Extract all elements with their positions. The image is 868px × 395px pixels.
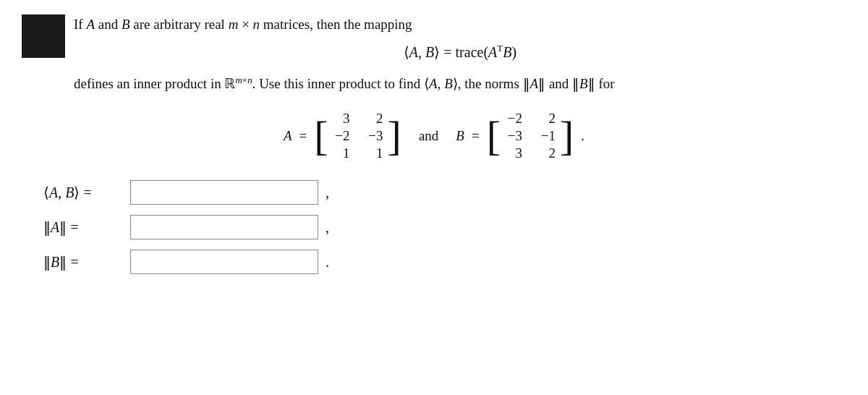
matrix-B-bracket: [ −2 2 −3 −1 3 2 ]: [487, 108, 574, 164]
cell-B-21: 2: [538, 145, 556, 161]
bracket-left-B: [: [487, 115, 501, 157]
var-m: m: [229, 17, 239, 32]
cell-B-00: −2: [505, 111, 522, 127]
norm-A-input[interactable]: [130, 215, 318, 239]
var-A: A: [86, 17, 95, 32]
header-section: If A and B are arbitrary real m × n matr…: [22, 14, 846, 95]
bracket-right-A: ]: [388, 115, 401, 157]
norm-B-row: ‖B‖ = .: [43, 250, 846, 274]
cell-B-01: 2: [538, 111, 556, 127]
inner-product-punct: ,: [326, 184, 329, 201]
matrix-A-grid: 3 2 −2 −3 1 1: [328, 108, 388, 164]
cell-A-10: −2: [333, 128, 350, 144]
line3: defines an inner product in ℝm×n. Use th…: [74, 73, 846, 95]
var-n: n: [253, 17, 260, 32]
cell-A-01: 2: [366, 111, 383, 127]
norm-B-label: ‖B‖ =: [43, 253, 123, 271]
matrix-A-label: A: [284, 128, 292, 144]
inner-product-input[interactable]: [130, 180, 318, 205]
cell-A-20: 1: [333, 145, 350, 161]
matrix-B-expr: B = [ −2 2 −3 −1 3 2 ] .: [456, 108, 584, 164]
cell-A-11: −3: [366, 128, 383, 144]
matrix-A-bracket: [ 3 2 −2 −3 1 1 ]: [314, 108, 401, 164]
cell-B-11: −1: [538, 128, 556, 144]
norm-A-punct: ,: [326, 219, 329, 236]
cell-A-00: 3: [333, 111, 350, 127]
matrix-section: A = [ 3 2 −2 −3 1 1 ] and B = [ −2 2 −3: [22, 108, 846, 164]
cell-B-20: 3: [505, 145, 522, 161]
sup-mxn: m×n: [235, 75, 252, 85]
bracket-right-B: ]: [560, 115, 574, 157]
connector-and: and: [419, 128, 438, 144]
norm-B-punct: .: [326, 254, 329, 271]
cell-A-21: 1: [366, 145, 383, 161]
norm-B-input[interactable]: [130, 250, 318, 274]
equals-B: =: [472, 128, 480, 144]
inner-product-row: ⟨A, B⟩ = ,: [43, 180, 846, 205]
input-section: ⟨A, B⟩ = , ‖A‖ = , ‖B‖ = .: [22, 180, 846, 274]
cell-B-10: −3: [505, 128, 522, 144]
problem-text: If A and B are arbitrary real m × n matr…: [74, 14, 846, 95]
bracket-left-A: [: [314, 115, 328, 157]
matrix-B-grid: −2 2 −3 −1 3 2: [501, 108, 560, 164]
equals-A: =: [299, 128, 307, 144]
var-B: B: [122, 17, 130, 32]
inner-product-label: ⟨A, B⟩ =: [43, 184, 123, 201]
norm-A-label: ‖A‖ =: [43, 218, 123, 236]
line1: If A and B are arbitrary real m × n matr…: [74, 14, 846, 35]
matrix-B-label: B: [456, 128, 464, 144]
matrix-A-expr: A = [ 3 2 −2 −3 1 1 ]: [284, 108, 401, 164]
norm-A-row: ‖A‖ = ,: [43, 215, 846, 239]
black-box-decoration: [22, 14, 65, 58]
period-end: .: [581, 128, 584, 144]
center-equation: ⟨A, B⟩ = trace(ATB): [74, 41, 846, 63]
